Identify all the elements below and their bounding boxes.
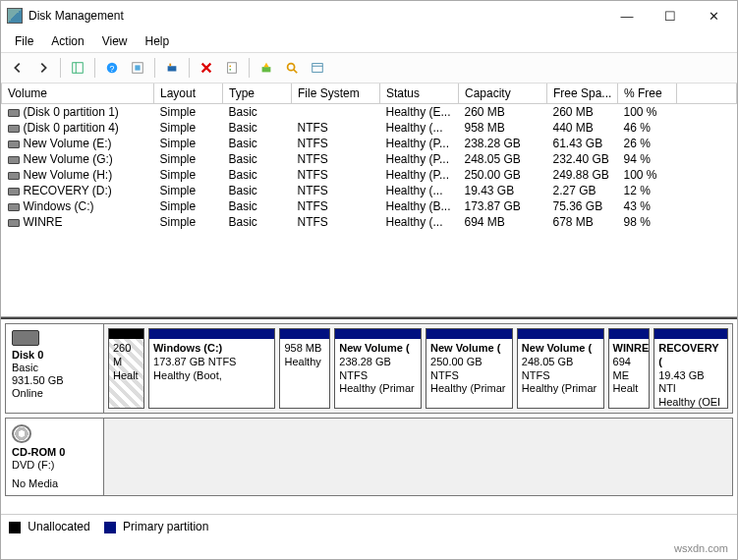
show-hide-tree-button[interactable] bbox=[67, 57, 88, 79]
help-button[interactable]: ? bbox=[101, 57, 123, 79]
col-freespace[interactable]: Free Spa... bbox=[547, 84, 618, 104]
menu-file[interactable]: File bbox=[7, 32, 41, 50]
cell-free: 249.88 GB bbox=[547, 167, 618, 183]
cell-pct: 98 % bbox=[618, 214, 677, 230]
table-row[interactable]: RECOVERY (D:)SimpleBasicNTFSHealthy (...… bbox=[2, 183, 737, 198]
cell-fs: NTFS bbox=[292, 167, 380, 183]
cdrom0-label[interactable]: CD-ROM 0 DVD (F:) No Media bbox=[6, 419, 104, 495]
partition-block[interactable]: WINRE694 MEHealt bbox=[608, 328, 651, 409]
partition-block[interactable]: Windows (C:)173.87 GB NTFSHealthy (Boot, bbox=[148, 328, 275, 409]
table-row[interactable]: New Volume (E:)SimpleBasicNTFSHealthy (P… bbox=[2, 136, 737, 151]
cell-status: Healthy (B... bbox=[380, 198, 459, 214]
forward-button[interactable] bbox=[32, 57, 54, 79]
settings-button[interactable] bbox=[127, 57, 148, 79]
cell-layout: Simple bbox=[154, 151, 223, 167]
col-capacity[interactable]: Capacity bbox=[459, 84, 547, 104]
cell-status: Healthy (... bbox=[380, 214, 459, 230]
title-bar: Disk Management — ☐ ✕ bbox=[1, 1, 737, 30]
drive-icon bbox=[8, 109, 20, 117]
col-spacer bbox=[677, 84, 737, 104]
cell-layout: Simple bbox=[154, 214, 223, 230]
disk0-label[interactable]: Disk 0 Basic 931.50 GB Online bbox=[6, 324, 104, 413]
partition-block[interactable]: New Volume (238.28 GB NTFSHealthy (Prima… bbox=[334, 328, 422, 409]
unallocated-swatch bbox=[9, 522, 21, 533]
partition-color-cap bbox=[280, 329, 329, 339]
disk0-partition-track: 260 MHealtWindows (C:)173.87 GB NTFSHeal… bbox=[104, 324, 732, 413]
cell-volume: (Disk 0 partition 1) bbox=[2, 104, 154, 121]
partition-label: WINRE694 MEHealt bbox=[609, 339, 650, 408]
cell-type: Basic bbox=[223, 151, 292, 167]
cell-free: 61.43 GB bbox=[547, 136, 618, 151]
col-pctfree[interactable]: % Free bbox=[618, 84, 677, 104]
close-button[interactable]: ✕ bbox=[692, 2, 735, 29]
col-status[interactable]: Status bbox=[380, 84, 459, 104]
legend: Unallocated Primary partition bbox=[1, 514, 737, 538]
col-volume[interactable]: Volume bbox=[2, 84, 154, 104]
cell-free: 2.27 GB bbox=[547, 183, 618, 198]
table-row[interactable]: New Volume (G:)SimpleBasicNTFSHealthy (P… bbox=[2, 151, 737, 167]
partition-block[interactable]: 958 MBHealthy bbox=[279, 328, 330, 409]
disk-row-disk0[interactable]: Disk 0 Basic 931.50 GB Online 260 MHealt… bbox=[5, 323, 733, 414]
disk-graphical-view: Disk 0 Basic 931.50 GB Online 260 MHealt… bbox=[1, 317, 737, 514]
cell-layout: Simple bbox=[154, 198, 223, 214]
cell-volume: WINRE bbox=[2, 214, 154, 230]
maximize-button[interactable]: ☐ bbox=[649, 2, 692, 29]
svg-rect-8 bbox=[228, 63, 237, 74]
back-button[interactable] bbox=[7, 57, 28, 79]
watermark: wsxdn.com bbox=[674, 542, 728, 554]
svg-rect-6 bbox=[168, 66, 177, 71]
cell-pct: 94 % bbox=[618, 151, 677, 167]
cell-pct: 12 % bbox=[618, 183, 677, 198]
action-button[interactable] bbox=[255, 57, 277, 79]
refresh-button[interactable] bbox=[161, 57, 183, 79]
partition-block[interactable]: New Volume (248.05 GB NTFSHealthy (Prima… bbox=[517, 328, 604, 409]
cell-type: Basic bbox=[223, 120, 292, 136]
table-row[interactable]: New Volume (H:)SimpleBasicNTFSHealthy (P… bbox=[2, 167, 737, 183]
cell-status: Healthy (... bbox=[380, 183, 459, 198]
drive-icon bbox=[8, 203, 20, 211]
volumes-table-container: Volume Layout Type File System Status Ca… bbox=[1, 84, 737, 317]
partition-label: Windows (C:)173.87 GB NTFSHealthy (Boot, bbox=[149, 339, 274, 408]
legend-unallocated-label: Unallocated bbox=[28, 520, 89, 533]
app-icon bbox=[7, 8, 23, 24]
cell-status: Healthy (P... bbox=[380, 167, 459, 183]
legend-unallocated: Unallocated bbox=[9, 520, 90, 533]
svg-rect-7 bbox=[169, 64, 171, 67]
table-row[interactable]: WINRESimpleBasicNTFSHealthy (...694 MB67… bbox=[2, 214, 737, 230]
partition-block[interactable]: New Volume (250.00 GB NTFSHealthy (Prima… bbox=[426, 328, 513, 409]
disk-row-cdrom0[interactable]: CD-ROM 0 DVD (F:) No Media bbox=[5, 418, 733, 496]
col-layout[interactable]: Layout bbox=[154, 84, 223, 104]
toolbar-separator bbox=[154, 58, 155, 78]
volumes-table[interactable]: Volume Layout Type File System Status Ca… bbox=[1, 84, 737, 230]
minimize-button[interactable]: — bbox=[605, 2, 649, 29]
cell-layout: Simple bbox=[154, 136, 223, 151]
cell-capacity: 238.28 GB bbox=[459, 136, 547, 151]
col-filesystem[interactable]: File System bbox=[292, 84, 380, 104]
svg-point-10 bbox=[229, 69, 231, 71]
menu-help[interactable]: Help bbox=[138, 32, 178, 50]
partition-block[interactable]: RECOVERY (19.43 GB NTIHealthy (OEI bbox=[653, 328, 728, 409]
partition-label: New Volume (248.05 GB NTFSHealthy (Prima… bbox=[518, 339, 603, 408]
menu-action[interactable]: Action bbox=[43, 32, 91, 50]
toolbar: ? bbox=[1, 52, 737, 84]
col-type[interactable]: Type bbox=[223, 84, 292, 104]
cell-pct: 26 % bbox=[618, 136, 677, 151]
drive-icon bbox=[8, 125, 20, 133]
menu-view[interactable]: View bbox=[94, 32, 136, 50]
list-button[interactable] bbox=[307, 57, 328, 79]
cell-free: 678 MB bbox=[547, 214, 618, 230]
table-row[interactable]: (Disk 0 partition 4)SimpleBasicNTFSHealt… bbox=[2, 120, 737, 136]
table-row[interactable]: (Disk 0 partition 1)SimpleBasicHealthy (… bbox=[2, 104, 737, 121]
properties-button[interactable] bbox=[221, 57, 243, 79]
drive-icon bbox=[8, 156, 20, 164]
svg-rect-5 bbox=[135, 65, 140, 70]
drive-icon bbox=[8, 172, 20, 180]
delete-button[interactable] bbox=[196, 57, 217, 79]
toolbar-separator bbox=[249, 58, 250, 78]
partition-block[interactable]: 260 MHealt bbox=[108, 328, 144, 409]
cdrom0-line3: No Media bbox=[12, 477, 97, 489]
find-button[interactable] bbox=[281, 57, 303, 79]
table-row[interactable]: Windows (C:)SimpleBasicNTFSHealthy (B...… bbox=[2, 198, 737, 214]
cell-free: 75.36 GB bbox=[547, 198, 618, 214]
primary-swatch bbox=[104, 522, 116, 533]
